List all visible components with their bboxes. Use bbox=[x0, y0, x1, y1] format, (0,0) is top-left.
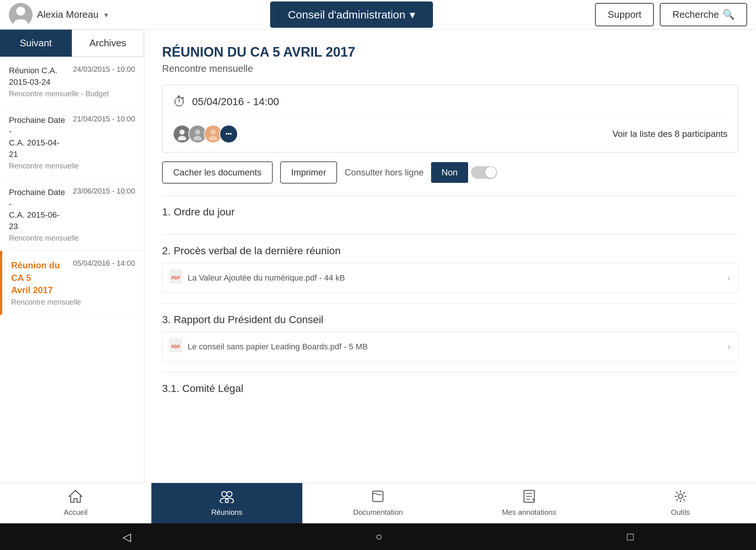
offline-label: Consulter hors ligne bbox=[345, 167, 423, 178]
nav-documentation[interactable]: Documentation bbox=[302, 483, 454, 523]
android-bar: ◁ ○ □ bbox=[0, 523, 756, 550]
nav-annotations[interactable]: Mes annotations bbox=[454, 483, 605, 523]
outils-icon bbox=[674, 490, 687, 506]
avatar bbox=[9, 3, 33, 27]
sidebar-item-date: 05/04/2016 - 14:00 bbox=[73, 259, 135, 268]
tab-suivant[interactable]: Suivant bbox=[0, 30, 72, 57]
sidebar-item-title: Réunion du CA 5Avril 2017 bbox=[11, 259, 68, 296]
agenda-item-title: 3.1. Comité Légal bbox=[162, 383, 738, 395]
tab-archives[interactable]: Archives bbox=[72, 30, 144, 57]
nav-reunions[interactable]: Réunions bbox=[151, 483, 303, 523]
toggle-track[interactable] bbox=[471, 166, 497, 179]
svg-point-14 bbox=[222, 492, 227, 497]
participants-link[interactable]: Voir la liste des 8 participants bbox=[612, 129, 728, 139]
document-row[interactable]: PDF La Valeur Ajoutée du numérique.pdf -… bbox=[162, 263, 738, 293]
agenda-item-title: 3. Rapport du Président du Conseil bbox=[162, 314, 738, 326]
sidebar: Suivant Archives Réunion C.A.2015-03-24 … bbox=[0, 30, 144, 483]
cacher-documents-button[interactable]: Cacher les documents bbox=[162, 161, 273, 184]
agenda-item: 3. Rapport du Président du Conseil PDF L… bbox=[162, 303, 738, 372]
sidebar-item-sub: Rencontre mensuelle bbox=[9, 234, 135, 242]
sidebar-item-title: Prochaine Date -C.A. 2015-06-23 bbox=[9, 187, 68, 232]
document-name: Le conseil sans papier Leading Boards.pd… bbox=[188, 342, 368, 352]
participant-avatar-more: ••• bbox=[219, 125, 238, 143]
toggle-thumb bbox=[485, 167, 496, 178]
agenda-item-title: 2. Procès verbal de la dernière réunion bbox=[162, 245, 738, 257]
svg-rect-18 bbox=[373, 491, 383, 502]
bottom-nav: Accueil Réunions Documentation bbox=[0, 483, 756, 523]
sidebar-item-date: 24/03/2015 - 10:00 bbox=[73, 65, 135, 74]
nav-accueil-label: Accueil bbox=[64, 508, 87, 517]
document-chevron-icon: › bbox=[728, 273, 730, 283]
svg-text:PDF: PDF bbox=[171, 344, 180, 349]
datetime-row: ⏱ 05/04/2016 - 14:00 bbox=[173, 94, 728, 117]
clock-icon: ⏱ bbox=[173, 94, 186, 110]
support-button[interactable]: Support bbox=[595, 3, 654, 26]
svg-point-17 bbox=[225, 498, 233, 503]
list-item[interactable]: Prochaine Date -C.A. 2015-04-21 21/04/20… bbox=[0, 107, 144, 179]
sidebar-item-title: Réunion C.A.2015-03-24 bbox=[9, 65, 57, 88]
nav-accueil[interactable]: Accueil bbox=[0, 483, 151, 523]
list-item[interactable]: Réunion du CA 5Avril 2017 05/04/2016 - 1… bbox=[0, 251, 144, 315]
doc-left: PDF La Valeur Ajoutée du numérique.pdf -… bbox=[170, 270, 345, 286]
participants-row: ••• Voir la liste des 8 participants bbox=[173, 125, 728, 143]
sidebar-item-sub: Rencontre mensuelle bbox=[11, 298, 135, 306]
nav-documentation-label: Documentation bbox=[353, 508, 403, 517]
search-button[interactable]: Recherche 🔍 bbox=[660, 3, 747, 26]
doc-left: PDF Le conseil sans papier Leading Board… bbox=[170, 339, 368, 355]
list-item[interactable]: Réunion C.A.2015-03-24 24/03/2015 - 10:0… bbox=[0, 57, 144, 107]
search-icon: 🔍 bbox=[723, 9, 735, 20]
svg-point-8 bbox=[209, 136, 217, 140]
android-recent-button[interactable]: □ bbox=[627, 530, 634, 543]
agenda-section: 1. Ordre du jour 2. Procès verbal de la … bbox=[162, 195, 738, 411]
list-item[interactable]: Prochaine Date -C.A. 2015-06-23 23/06/20… bbox=[0, 179, 144, 251]
user-area[interactable]: Alexia Moreau ▾ bbox=[9, 3, 108, 27]
agenda-item: 3.1. Comité Légal bbox=[162, 372, 738, 411]
content-area: RÉUNION DU CA 5 AVRIL 2017 Rencontre men… bbox=[144, 30, 756, 483]
meeting-subtitle: Rencontre mensuelle bbox=[162, 63, 738, 74]
svg-point-23 bbox=[678, 494, 683, 499]
document-name: La Valeur Ajoutée du numérique.pdf - 44 … bbox=[188, 273, 345, 283]
svg-point-6 bbox=[194, 136, 202, 140]
pdf-icon: PDF bbox=[170, 339, 182, 355]
user-name: Alexia Moreau bbox=[37, 9, 98, 20]
sidebar-item-title: Prochaine Date -C.A. 2015-04-21 bbox=[9, 115, 68, 160]
top-right: Support Recherche 🔍 bbox=[595, 3, 747, 26]
nav-reunions-label: Réunions bbox=[211, 508, 243, 517]
document-row[interactable]: PDF Le conseil sans papier Leading Board… bbox=[162, 332, 738, 362]
android-home-button[interactable]: ○ bbox=[376, 530, 382, 543]
android-back-button[interactable]: ◁ bbox=[122, 530, 131, 543]
sidebar-tabs: Suivant Archives bbox=[0, 30, 144, 57]
imprimer-button[interactable]: Imprimer bbox=[280, 161, 337, 184]
document-chevron-icon: › bbox=[728, 342, 730, 352]
search-label: Recherche bbox=[672, 9, 719, 20]
annotations-icon bbox=[523, 490, 536, 506]
sidebar-item-sub: Rencontre mensuelle - Budget bbox=[9, 90, 135, 98]
top-center: Conseil d'administration ▾ bbox=[108, 1, 595, 28]
info-box: ⏱ 05/04/2016 - 14:00 bbox=[162, 85, 738, 152]
user-dropdown-icon: ▾ bbox=[104, 10, 108, 19]
toggle-container: Non bbox=[431, 162, 497, 183]
home-icon bbox=[68, 490, 83, 506]
sidebar-item-date: 23/06/2015 - 10:00 bbox=[73, 187, 135, 195]
sidebar-list: Réunion C.A.2015-03-24 24/03/2015 - 10:0… bbox=[0, 57, 144, 483]
svg-text:PDF: PDF bbox=[171, 275, 180, 281]
nav-outils[interactable]: Outils bbox=[605, 483, 756, 523]
main-title-label: Conseil d'administration bbox=[288, 9, 406, 21]
svg-point-7 bbox=[211, 130, 216, 135]
main-title-dropdown-icon: ▾ bbox=[410, 8, 415, 21]
agenda-item: 1. Ordre du jour bbox=[162, 195, 738, 234]
documentation-icon bbox=[371, 490, 384, 506]
main-title-button[interactable]: Conseil d'administration ▾ bbox=[270, 1, 433, 28]
svg-point-15 bbox=[227, 492, 232, 497]
sidebar-item-sub: Rencontre mensuelle bbox=[9, 162, 135, 170]
agenda-item-title: 1. Ordre du jour bbox=[162, 206, 738, 218]
toggle-non-button[interactable]: Non bbox=[431, 162, 468, 183]
agenda-item: 2. Procès verbal de la dernière réunion … bbox=[162, 234, 738, 303]
svg-point-1 bbox=[16, 7, 25, 16]
pdf-icon: PDF bbox=[170, 270, 182, 286]
top-bar: Alexia Moreau ▾ Conseil d'administration… bbox=[0, 0, 756, 30]
meeting-title: RÉUNION DU CA 5 AVRIL 2017 bbox=[162, 44, 738, 60]
svg-marker-13 bbox=[69, 490, 82, 502]
main-layout: Suivant Archives Réunion C.A.2015-03-24 … bbox=[0, 30, 756, 483]
sidebar-item-date: 21/04/2015 - 10:00 bbox=[73, 115, 135, 123]
